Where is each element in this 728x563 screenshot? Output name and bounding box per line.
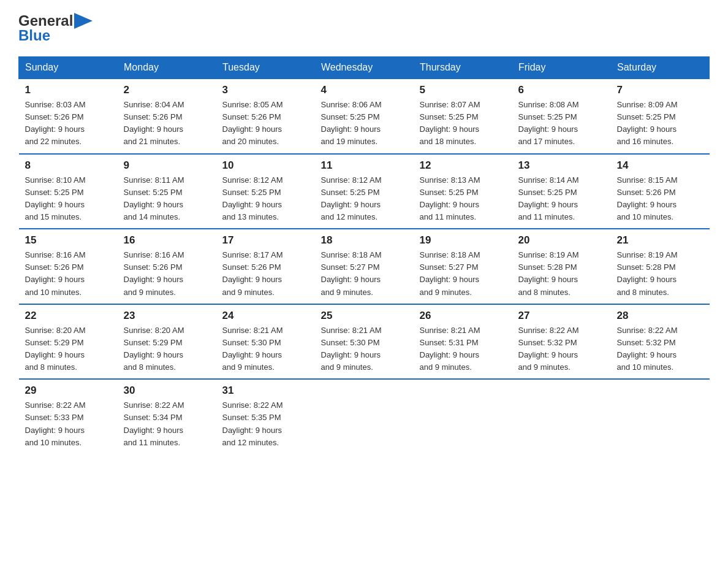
day-info: Sunrise: 8:21 AM Sunset: 5:31 PM Dayligh…: [420, 324, 506, 374]
calendar-week-row: 1Sunrise: 8:03 AM Sunset: 5:26 PM Daylig…: [19, 79, 710, 154]
day-info: Sunrise: 8:13 AM Sunset: 5:25 PM Dayligh…: [420, 174, 506, 224]
day-info: Sunrise: 8:12 AM Sunset: 5:25 PM Dayligh…: [321, 174, 408, 224]
day-info: Sunrise: 8:05 AM Sunset: 5:26 PM Dayligh…: [222, 99, 309, 148]
calendar-cell: 17Sunrise: 8:17 AM Sunset: 5:26 PM Dayli…: [216, 229, 315, 304]
weekday-header-friday: Friday: [512, 57, 611, 79]
day-info: Sunrise: 8:03 AM Sunset: 5:26 PM Dayligh…: [25, 99, 112, 148]
day-number: 28: [617, 310, 703, 322]
calendar-cell: 20Sunrise: 8:19 AM Sunset: 5:28 PM Dayli…: [512, 229, 611, 304]
day-info: Sunrise: 8:20 AM Sunset: 5:29 PM Dayligh…: [124, 324, 210, 374]
calendar-cell: 25Sunrise: 8:21 AM Sunset: 5:30 PM Dayli…: [315, 304, 414, 380]
weekday-header-tuesday: Tuesday: [216, 57, 315, 79]
calendar-cell: 5Sunrise: 8:07 AM Sunset: 5:25 PM Daylig…: [414, 79, 512, 154]
day-number: 17: [222, 234, 309, 247]
calendar-cell: 21Sunrise: 8:19 AM Sunset: 5:28 PM Dayli…: [611, 229, 710, 304]
weekday-header-thursday: Thursday: [414, 57, 512, 79]
weekday-header-wednesday: Wednesday: [315, 57, 414, 79]
day-number: 31: [222, 385, 309, 397]
day-number: 7: [617, 84, 703, 96]
calendar-week-row: 22Sunrise: 8:20 AM Sunset: 5:29 PM Dayli…: [19, 304, 710, 380]
calendar-cell: 15Sunrise: 8:16 AM Sunset: 5:26 PM Dayli…: [19, 229, 118, 304]
day-number: 21: [617, 234, 703, 247]
calendar-cell: 7Sunrise: 8:09 AM Sunset: 5:25 PM Daylig…: [611, 79, 710, 154]
calendar-cell: 12Sunrise: 8:13 AM Sunset: 5:25 PM Dayli…: [414, 154, 512, 229]
calendar-cell: 23Sunrise: 8:20 AM Sunset: 5:29 PM Dayli…: [118, 304, 216, 380]
day-number: 30: [124, 385, 210, 397]
calendar-cell: 30Sunrise: 8:22 AM Sunset: 5:34 PM Dayli…: [118, 379, 216, 454]
day-number: 4: [321, 84, 408, 96]
calendar-cell: 18Sunrise: 8:18 AM Sunset: 5:27 PM Dayli…: [315, 229, 414, 304]
calendar-week-row: 8Sunrise: 8:10 AM Sunset: 5:25 PM Daylig…: [19, 154, 710, 229]
day-number: 16: [124, 234, 210, 247]
day-info: Sunrise: 8:22 AM Sunset: 5:32 PM Dayligh…: [518, 324, 605, 374]
calendar-cell: 3Sunrise: 8:05 AM Sunset: 5:26 PM Daylig…: [216, 79, 315, 154]
calendar-cell: 14Sunrise: 8:15 AM Sunset: 5:26 PM Dayli…: [611, 154, 710, 229]
day-info: Sunrise: 8:19 AM Sunset: 5:28 PM Dayligh…: [617, 249, 703, 299]
calendar-cell: [315, 379, 414, 454]
day-info: Sunrise: 8:14 AM Sunset: 5:25 PM Dayligh…: [518, 174, 605, 224]
day-number: 22: [25, 310, 112, 322]
day-number: 9: [124, 159, 210, 172]
calendar-cell: 24Sunrise: 8:21 AM Sunset: 5:30 PM Dayli…: [216, 304, 315, 380]
day-number: 2: [124, 84, 210, 96]
calendar-cell: 13Sunrise: 8:14 AM Sunset: 5:25 PM Dayli…: [512, 154, 611, 229]
day-info: Sunrise: 8:09 AM Sunset: 5:25 PM Dayligh…: [617, 99, 703, 148]
day-info: Sunrise: 8:16 AM Sunset: 5:26 PM Dayligh…: [124, 249, 210, 299]
calendar-week-row: 29Sunrise: 8:22 AM Sunset: 5:33 PM Dayli…: [19, 379, 710, 454]
calendar-cell: 8Sunrise: 8:10 AM Sunset: 5:25 PM Daylig…: [19, 154, 118, 229]
day-number: 25: [321, 310, 408, 322]
day-info: Sunrise: 8:06 AM Sunset: 5:25 PM Dayligh…: [321, 99, 408, 148]
weekday-header-monday: Monday: [118, 57, 216, 79]
logo-arrow-icon: [74, 13, 93, 29]
day-info: Sunrise: 8:08 AM Sunset: 5:25 PM Dayligh…: [518, 99, 605, 148]
weekday-header-saturday: Saturday: [611, 57, 710, 79]
day-number: 1: [25, 84, 112, 96]
day-number: 19: [420, 234, 506, 247]
logo-blue: Blue: [18, 27, 50, 44]
calendar-cell: 27Sunrise: 8:22 AM Sunset: 5:32 PM Dayli…: [512, 304, 611, 380]
day-info: Sunrise: 8:04 AM Sunset: 5:26 PM Dayligh…: [124, 99, 210, 148]
day-info: Sunrise: 8:15 AM Sunset: 5:26 PM Dayligh…: [617, 174, 703, 224]
page-header: General Blue: [18, 12, 710, 44]
calendar-cell: [414, 379, 512, 454]
day-info: Sunrise: 8:22 AM Sunset: 5:35 PM Dayligh…: [222, 399, 309, 449]
day-info: Sunrise: 8:16 AM Sunset: 5:26 PM Dayligh…: [25, 249, 112, 299]
day-number: 14: [617, 159, 703, 172]
day-number: 26: [420, 310, 506, 322]
calendar-cell: 11Sunrise: 8:12 AM Sunset: 5:25 PM Dayli…: [315, 154, 414, 229]
calendar-cell: [512, 379, 611, 454]
day-number: 23: [124, 310, 210, 322]
calendar-cell: 19Sunrise: 8:18 AM Sunset: 5:27 PM Dayli…: [414, 229, 512, 304]
calendar-cell: 26Sunrise: 8:21 AM Sunset: 5:31 PM Dayli…: [414, 304, 512, 380]
calendar-cell: 1Sunrise: 8:03 AM Sunset: 5:26 PM Daylig…: [19, 79, 118, 154]
day-info: Sunrise: 8:12 AM Sunset: 5:25 PM Dayligh…: [222, 174, 309, 224]
calendar-cell: 10Sunrise: 8:12 AM Sunset: 5:25 PM Dayli…: [216, 154, 315, 229]
day-info: Sunrise: 8:22 AM Sunset: 5:33 PM Dayligh…: [25, 399, 112, 449]
day-number: 27: [518, 310, 605, 322]
day-number: 12: [420, 159, 506, 172]
day-info: Sunrise: 8:17 AM Sunset: 5:26 PM Dayligh…: [222, 249, 309, 299]
calendar-cell: 16Sunrise: 8:16 AM Sunset: 5:26 PM Dayli…: [118, 229, 216, 304]
day-info: Sunrise: 8:21 AM Sunset: 5:30 PM Dayligh…: [321, 324, 408, 374]
day-number: 11: [321, 159, 408, 172]
day-number: 20: [518, 234, 605, 247]
day-info: Sunrise: 8:22 AM Sunset: 5:32 PM Dayligh…: [617, 324, 703, 374]
day-number: 10: [222, 159, 309, 172]
day-number: 3: [222, 84, 309, 96]
day-info: Sunrise: 8:18 AM Sunset: 5:27 PM Dayligh…: [420, 249, 506, 299]
calendar-cell: 6Sunrise: 8:08 AM Sunset: 5:25 PM Daylig…: [512, 79, 611, 154]
weekday-header-sunday: Sunday: [19, 57, 118, 79]
calendar-cell: 22Sunrise: 8:20 AM Sunset: 5:29 PM Dayli…: [19, 304, 118, 380]
calendar-cell: 28Sunrise: 8:22 AM Sunset: 5:32 PM Dayli…: [611, 304, 710, 380]
calendar-cell: 4Sunrise: 8:06 AM Sunset: 5:25 PM Daylig…: [315, 79, 414, 154]
calendar-table: SundayMondayTuesdayWednesdayThursdayFrid…: [18, 56, 710, 454]
calendar-cell: [611, 379, 710, 454]
day-number: 13: [518, 159, 605, 172]
svg-marker-0: [74, 13, 93, 29]
calendar-cell: 2Sunrise: 8:04 AM Sunset: 5:26 PM Daylig…: [118, 79, 216, 154]
day-number: 8: [25, 159, 112, 172]
day-info: Sunrise: 8:07 AM Sunset: 5:25 PM Dayligh…: [420, 99, 506, 148]
calendar-week-row: 15Sunrise: 8:16 AM Sunset: 5:26 PM Dayli…: [19, 229, 710, 304]
weekday-header-row: SundayMondayTuesdayWednesdayThursdayFrid…: [19, 57, 710, 79]
logo: General Blue: [18, 12, 93, 44]
